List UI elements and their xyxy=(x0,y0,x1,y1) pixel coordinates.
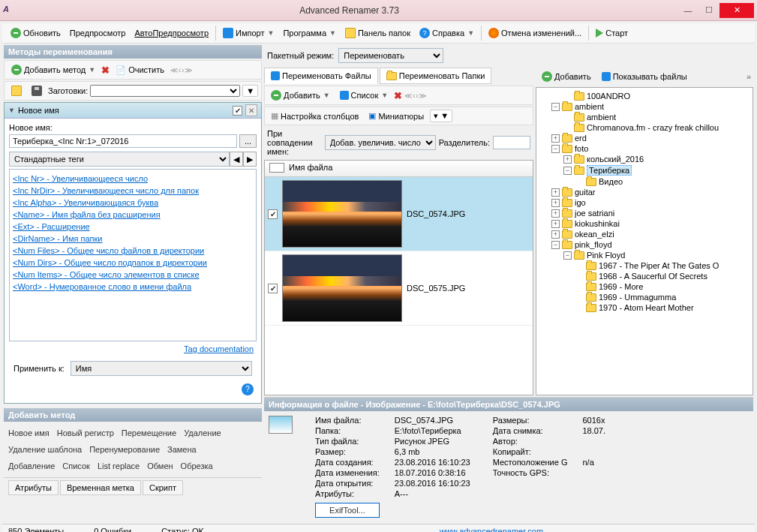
file-list-button[interactable]: Список▼ xyxy=(336,89,392,101)
maximize-button[interactable]: ☐ xyxy=(698,3,719,18)
addmethod-link[interactable]: Новый регистр xyxy=(57,425,114,441)
file-item[interactable]: ✔DSC_0574.JPG xyxy=(265,177,533,251)
expand-icon[interactable]: − xyxy=(551,103,560,111)
addmethod-link[interactable]: Удаление шаблона xyxy=(8,441,82,458)
tag-link[interactable]: <Ext> - Расширение xyxy=(13,221,253,233)
addmethod-link[interactable]: Удаление xyxy=(184,425,221,441)
expand-icon[interactable]: + xyxy=(563,155,572,164)
tag-link[interactable]: <Num Items> - Общее число элементов в сп… xyxy=(13,269,253,281)
tree-item[interactable]: +erd xyxy=(539,133,749,143)
tree-add-button[interactable]: Добавить xyxy=(538,70,595,83)
tree-item[interactable]: −foto xyxy=(539,143,749,154)
tree-item[interactable]: 1969 - More xyxy=(539,281,749,292)
reorder-controls[interactable]: ≪ ‹ › ≫ xyxy=(170,66,191,74)
addmethod-link[interactable]: Замена xyxy=(167,441,197,458)
tree-item[interactable]: Видео xyxy=(539,176,749,187)
tree-item[interactable]: −Териберка xyxy=(539,164,749,176)
tree-item[interactable]: 1969 - Ummagumma xyxy=(539,292,749,302)
browse-button[interactable]: ... xyxy=(239,134,257,148)
tree-item[interactable]: −Pink Floyd xyxy=(539,250,749,260)
undo-button[interactable]: Отмена изменений... xyxy=(485,26,585,40)
thumbs-button[interactable]: ▣Миниатюры xyxy=(365,110,428,122)
expand-icon[interactable]: + xyxy=(551,188,560,197)
tag-link[interactable]: <Inc NrDir> - Увеличивающееся число для … xyxy=(13,185,253,197)
expand-icon[interactable]: + xyxy=(551,134,560,143)
select-all-checkbox[interactable] xyxy=(269,163,284,173)
expand-icon[interactable]: − xyxy=(563,167,572,175)
collapse-icon[interactable]: ▼ xyxy=(8,107,15,114)
minimize-button[interactable]: — xyxy=(677,3,698,18)
website-link[interactable]: www.advancedrenamer.com xyxy=(440,527,543,532)
expand-icon[interactable]: + xyxy=(551,199,560,207)
tree-item[interactable]: +kiokushinkai xyxy=(539,218,749,229)
preset-dropdown[interactable]: ▼ xyxy=(242,85,258,97)
close-button[interactable]: ✕ xyxy=(719,3,754,18)
program-button[interactable]: Программа▼ xyxy=(279,27,340,39)
tree-item[interactable]: −pink_floyd xyxy=(539,239,749,250)
tag-prev-button[interactable]: ◀ xyxy=(230,152,243,167)
addmethod-link[interactable]: Обмен xyxy=(147,458,173,474)
tree-more[interactable]: » xyxy=(746,72,751,81)
tag-link[interactable]: <DirName> - Имя папки xyxy=(13,233,253,245)
tree-item[interactable]: 1967 - The Piper At The Gates O xyxy=(539,260,749,271)
method-close-button[interactable]: ✕ xyxy=(245,104,257,116)
columns-button[interactable]: ▦Настройка столбцов xyxy=(267,110,362,122)
tree-item[interactable]: 1968 - A Saucerful Of Secrets xyxy=(539,271,749,281)
tag-link[interactable]: <Inc Alpha> - Увеличивающаяся буква xyxy=(13,197,253,209)
tree-item[interactable]: Chromanova.fm - crazy freak chillou xyxy=(539,122,749,133)
tree-item[interactable]: +кольский_2016 xyxy=(539,154,749,164)
tag-link[interactable]: <Inc Nr> - Увеличивающееся число xyxy=(13,173,253,185)
file-delete-button[interactable]: ✖ xyxy=(394,90,402,101)
save-preset-button[interactable] xyxy=(28,84,46,98)
tag-link[interactable]: <Name> - Имя файла без расширения xyxy=(13,209,253,221)
tab-rename-files[interactable]: Переименовать Файлы xyxy=(264,68,378,84)
tree-item[interactable]: +joe satriani xyxy=(539,208,749,218)
tree-item[interactable]: +okean_elzi xyxy=(539,229,749,239)
folder-panel-button[interactable]: Панель папок xyxy=(341,26,414,40)
tree-item[interactable]: 1970 - Atom Heart Mother xyxy=(539,302,749,313)
addmethod-link[interactable]: List replace xyxy=(98,458,140,474)
exif-button[interactable]: ExifTool... xyxy=(315,503,380,518)
tag-link[interactable]: <Word> - Нумерованное слово в имени файл… xyxy=(13,281,253,293)
help-button[interactable]: ?Справка▼ xyxy=(416,26,478,40)
expand-icon[interactable]: + xyxy=(551,209,560,218)
tree-item[interactable]: +igo xyxy=(539,197,749,208)
expand-icon[interactable]: − xyxy=(563,251,572,260)
tag-next-button[interactable]: ▶ xyxy=(243,152,257,167)
method-help-icon[interactable]: ? xyxy=(242,383,254,395)
clear-methods-button[interactable]: 📄Очистить xyxy=(112,64,168,77)
tree-item[interactable]: −ambient xyxy=(539,101,749,112)
tree-item[interactable]: 100ANDRO xyxy=(539,91,749,101)
addmethod-link[interactable]: Перемещение xyxy=(122,425,176,441)
open-preset-button[interactable] xyxy=(8,84,26,98)
expand-icon[interactable]: − xyxy=(551,241,560,249)
tree-item[interactable]: ambient xyxy=(539,112,749,122)
tag-doc-link[interactable]: Tag documentation xyxy=(184,344,254,353)
folder-tree[interactable]: 100ANDRO−ambientambientChromanova.fm - c… xyxy=(536,87,753,395)
presets-select[interactable] xyxy=(90,85,240,97)
addmethod-link[interactable]: Перенумерование xyxy=(89,441,160,458)
preview-button[interactable]: Предпросмотр xyxy=(66,27,130,39)
tags-combo[interactable]: Стандартные теги xyxy=(9,152,230,167)
tag-link[interactable]: <Num Files> - Общее число файлов в дирек… xyxy=(13,245,253,257)
addmethod-link[interactable]: Обрезка xyxy=(181,458,213,474)
addmethod-tab[interactable]: Скрипт xyxy=(143,480,183,495)
expand-icon[interactable]: − xyxy=(551,145,560,153)
expand-icon[interactable]: + xyxy=(551,230,560,239)
collision-select[interactable]: Добав. увеличив. число xyxy=(325,135,436,150)
addmethod-link[interactable]: Добавление xyxy=(8,458,55,474)
file-add-button[interactable]: Добавить▼ xyxy=(267,89,334,102)
tree-showfiles-button[interactable]: Показывать файлы xyxy=(598,71,691,83)
filename-column[interactable]: Имя файла xyxy=(284,163,528,174)
tag-link[interactable]: <Num Dirs> - Общее число подпапок в дире… xyxy=(13,257,253,269)
batch-mode-select[interactable]: Переименовать xyxy=(338,48,443,63)
tab-rename-folders[interactable]: Переименовать Папки xyxy=(380,68,492,84)
add-method-button[interactable]: Добавить метод▼ xyxy=(8,63,99,77)
start-button[interactable]: Старт xyxy=(592,27,632,39)
method-enable-checkbox[interactable]: ✔ xyxy=(233,106,242,116)
autopreview-button[interactable]: АвтоПредпросмотр xyxy=(131,27,212,39)
tree-item[interactable]: +guitar xyxy=(539,187,749,197)
import-button[interactable]: Импорт▼ xyxy=(219,26,278,40)
file-item[interactable]: ✔DSC_0575.JPG xyxy=(265,251,533,326)
expand-icon[interactable]: + xyxy=(551,220,560,228)
